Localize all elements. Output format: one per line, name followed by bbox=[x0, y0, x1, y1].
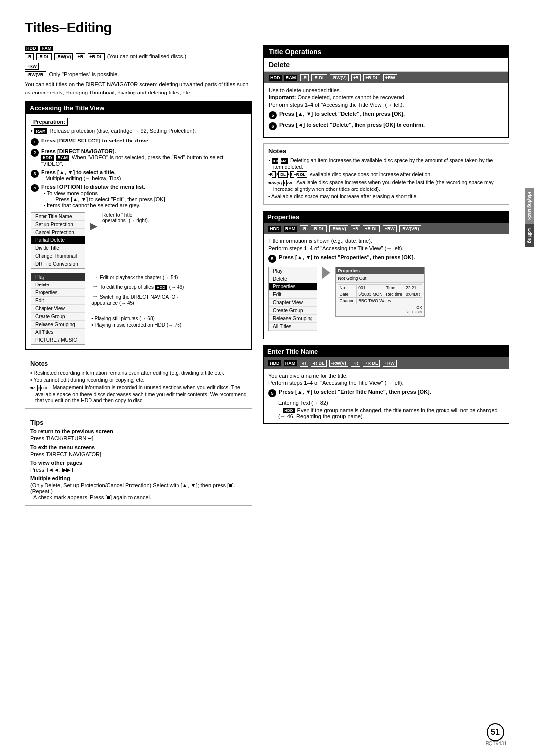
props-time-label: Time bbox=[384, 284, 404, 291]
tips-text-3: Press [|◄◄, ▶▶|]. bbox=[30, 467, 247, 473]
group-arrow: → bbox=[91, 283, 98, 290]
ram-badge: RAM bbox=[40, 46, 53, 51]
main-content: HDD RAM -R -R DL -RW(V) +R +R DL (You ca… bbox=[25, 45, 509, 511]
delete-step6-text: Press [◄] to select "Delete", then press… bbox=[279, 122, 503, 128]
et-r: -R bbox=[300, 360, 309, 367]
note-right-4: • Available disc space may not increase … bbox=[268, 193, 504, 199]
props-r: -R bbox=[300, 225, 309, 232]
preparation-label: Preparation: bbox=[31, 118, 68, 126]
music-note: • Playing music recorded on HDD (→ 76) bbox=[91, 322, 200, 328]
ram-badge-prep: RAM bbox=[34, 128, 47, 134]
prdl-note-r2: +R DL bbox=[297, 171, 307, 178]
delete-step5-num: 5 bbox=[269, 111, 277, 119]
menu-dr-conversion: DR File Conversion bbox=[31, 260, 85, 268]
delete-header: Delete bbox=[264, 58, 508, 72]
props-date-label: Date bbox=[338, 291, 357, 297]
props-rectime-val: 0:04DR bbox=[404, 291, 422, 297]
del-hdd: HDD bbox=[269, 75, 282, 81]
notes-right: Notes • HDD RAM Deleting an item increas… bbox=[263, 143, 509, 205]
props-rectime-label: Rec time bbox=[384, 291, 404, 297]
et-pr: +R bbox=[351, 360, 360, 367]
note-right-3: • -RW(V) +RW Available disc space increa… bbox=[268, 179, 504, 192]
hdd-body-text: You can edit titles on the DIRECT NAVIGA… bbox=[25, 80, 252, 96]
main-menu-release: Release Grouping bbox=[31, 321, 85, 329]
delete-section: Delete HDD RAM -R -R DL -RW(V) +R +R DL … bbox=[264, 58, 508, 137]
pmenu-group: Create Group bbox=[269, 307, 317, 315]
et-entering-text: Entering Text (→ 82) bbox=[268, 400, 504, 406]
title-operations-header: Title Operations bbox=[264, 46, 508, 58]
menu-partial-delete: Partial Delete bbox=[31, 236, 85, 244]
props-menu: Play Delete Properties Edit Chapter View… bbox=[268, 267, 317, 331]
props-step5-text: Press [▲, ▼] to select "Properties", the… bbox=[279, 254, 504, 260]
tips-title: Tips bbox=[30, 419, 247, 426]
pmenu-edit: Edit bbox=[269, 291, 317, 299]
properties-header: Properties bbox=[264, 211, 509, 223]
pmenu-play: Play bbox=[269, 267, 317, 275]
rdl-note-r2: -R DL bbox=[278, 171, 288, 178]
main-menu-all-titles: All Titles bbox=[31, 329, 85, 336]
step-3-num: 3 bbox=[31, 170, 39, 178]
main-menu-chapter: Chapter View bbox=[31, 305, 85, 313]
et-perform: Perform steps 1–4 of "Accessing the Titl… bbox=[268, 380, 504, 386]
menu-actions: → Edit or playback the chapter (→ 54) → … bbox=[87, 273, 200, 328]
props-arrow-icon bbox=[322, 267, 330, 279]
props-rwv: -RW(V) bbox=[329, 225, 348, 232]
note-1: • Restricted recording information remai… bbox=[30, 370, 247, 376]
tips-text-4: (Only Delete, Set up Protection/Cancel P… bbox=[30, 482, 247, 500]
doc-number: RQT9431 bbox=[486, 741, 507, 746]
et-step5-num: 5 bbox=[268, 389, 276, 397]
step-2-text: Press [DIRECT NAVIGATOR]. HDD RAM When "… bbox=[41, 148, 246, 167]
del-prdl: +R DL bbox=[363, 74, 380, 81]
pmenu-all: All Titles bbox=[269, 323, 317, 331]
enter-title-body: You can give a name for the title. Perfo… bbox=[264, 369, 509, 424]
props-arrow bbox=[322, 267, 330, 279]
props-body: Title information is shown (e.g., date, … bbox=[264, 234, 509, 339]
notes-left: Notes • Restricted recording information… bbox=[25, 356, 252, 409]
tips-section: Tips To return to the previous screen Pr… bbox=[25, 415, 252, 506]
props-prw: +RW bbox=[383, 225, 397, 232]
submenu-list: Enter Title Name Set up Protection Cance… bbox=[31, 212, 85, 269]
pr-badge: +R bbox=[76, 53, 86, 60]
side-tabs: Playing Back Editing bbox=[525, 188, 534, 248]
preparation-text: • RAM Release protection (disc, cartridg… bbox=[31, 128, 246, 134]
submenu: Enter Title Name Set up Protection Cance… bbox=[31, 212, 85, 269]
notes-right-title: Notes bbox=[268, 147, 504, 155]
props-panel-subtitle: Not Going Out bbox=[336, 274, 424, 283]
et-rdl: -R DL bbox=[311, 360, 327, 367]
pmenu-properties: Properties bbox=[269, 283, 317, 291]
notes-left-title: Notes bbox=[30, 360, 247, 367]
note-right-1: • HDD RAM Deleting an item increases the… bbox=[268, 157, 504, 170]
hdd-badge: HDD bbox=[25, 46, 38, 51]
step-4: 4 Press [OPTION] to display the menu lis… bbox=[31, 184, 246, 208]
rwvr-badge-sm: -RW(VR) bbox=[25, 71, 46, 78]
step-4-text: Press [OPTION] to display the menu list.… bbox=[41, 184, 246, 208]
props-panel-body: No. 001 Time 22:21 Date 5/2003 MON Rec t… bbox=[336, 283, 424, 316]
ram-badge-s2: RAM bbox=[56, 155, 70, 161]
del-pr: +R bbox=[351, 74, 361, 81]
all-titles-action: → Switching the DIRECT NAVIGATOR appeara… bbox=[91, 292, 200, 306]
hdd-badge-s2: HDD bbox=[41, 155, 54, 161]
title-operations-section: Title Operations Delete HDD RAM -R -R DL… bbox=[263, 45, 509, 138]
step-3-text: Press [▲, ▼] to select a title. – Multip… bbox=[41, 169, 246, 181]
right-column: Title Operations Delete HDD RAM -R -R DL… bbox=[263, 45, 509, 429]
step-1-text: Press [DRIVE SELECT] to select the drive… bbox=[41, 138, 246, 143]
enter-title-header: Enter Title Name bbox=[264, 346, 509, 357]
note-3: • -R +R DL Management information is rec… bbox=[30, 384, 247, 403]
picture-music-subs: • Playing still pictures (→ 68) • Playin… bbox=[91, 316, 200, 328]
step-4-num: 4 bbox=[31, 184, 39, 192]
props-rdl: -R DL bbox=[311, 225, 327, 232]
delete-step6-num: 6 bbox=[269, 122, 277, 130]
props-rwvr: -RW(VR) bbox=[399, 225, 421, 232]
left-column: HDD RAM -R -R DL -RW(V) +R +R DL (You ca… bbox=[25, 45, 252, 511]
prdl-badge: +R DL bbox=[88, 53, 104, 60]
props-screenshot: Play Delete Properties Edit Chapter View… bbox=[268, 267, 504, 331]
disc-badges-row1: -R -R DL -RW(V) +R +R DL (You can not ed… bbox=[25, 53, 252, 60]
props-return-label: RETURN bbox=[338, 310, 422, 314]
menu-enter-title: Enter Title Name bbox=[31, 213, 85, 221]
et-hdd-note: – HDD Even if the group name is changed,… bbox=[268, 407, 504, 420]
props-ch-val: BBC TWO Wales bbox=[357, 297, 422, 304]
side-tab-editing: Editing bbox=[525, 224, 534, 248]
hdd-badge-grp: HDD bbox=[155, 285, 167, 290]
props-step5: 5 Press [▲, ▼] to select "Properties", t… bbox=[268, 254, 504, 263]
rwv-note-r3: -RW(V) bbox=[272, 180, 284, 186]
